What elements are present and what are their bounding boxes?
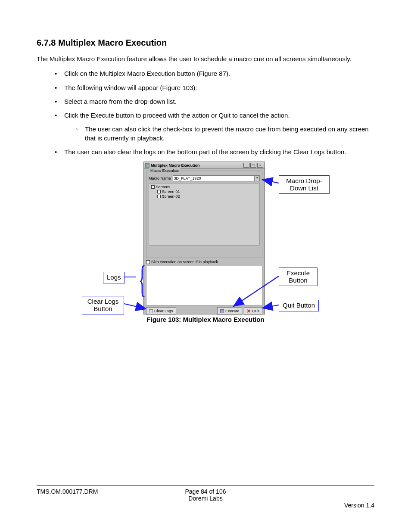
macro-name-label: Macro Name [149, 176, 171, 180]
macro-dropdown-button[interactable]: ▾ [255, 175, 260, 181]
footer-left: TMS.OM.000177.DRM [37, 488, 98, 495]
skip-execution-row: Skip execution on screen if in playback [146, 260, 262, 264]
maximize-button[interactable]: □ [250, 163, 256, 168]
section-heading: 6.7.8 Multiplex Macro Execution [37, 38, 374, 48]
checkbox-icon[interactable] [151, 185, 155, 189]
bullet-item: The following window will appear (Figure… [55, 84, 374, 92]
sub-bullet-list: The user can also click the check-box to… [64, 125, 374, 143]
bullet-item: Click the Execute button to proceed with… [55, 111, 374, 143]
minimize-button[interactable]: _ [243, 163, 249, 168]
checkbox-icon[interactable] [157, 195, 161, 198]
callout-quit: Quit Button [279, 300, 319, 311]
callout-execute: Execute Button [279, 268, 318, 286]
close-button[interactable]: × [257, 163, 263, 168]
svg-line-3 [124, 304, 146, 309]
button-row: Clear Logs Execute Quit [146, 307, 262, 315]
group-title: Macro Execution [149, 168, 181, 173]
execute-button[interactable]: Execute [217, 307, 243, 315]
quit-icon [247, 309, 251, 313]
macro-name-input[interactable]: 3D_FLAT_1920 [173, 175, 255, 181]
figure-area: Multiplex Macro Execution _ □ × Macro Ex… [37, 162, 374, 325]
footer-right: Version 1.4 [344, 502, 374, 509]
tree-item-label: Screen-02 [162, 194, 180, 199]
bullet-list: Click on the Multiplex Macro Execution b… [37, 69, 374, 156]
bullet-text: Click the Execute button to proceed with… [64, 112, 290, 119]
titlebar: Multiplex Macro Execution _ □ × [144, 162, 265, 169]
macro-execution-group: Macro Execution Macro Name 3D_FLAT_1920 … [146, 171, 262, 258]
skip-execution-label: Skip execution on screen if in playback [151, 260, 218, 264]
skip-execution-checkbox[interactable] [146, 260, 150, 264]
figure-caption: Figure 103: Multiplex Macro Execution [37, 316, 374, 323]
window-title: Multiplex Macro Execution [151, 163, 243, 168]
bullet-item: The user can also clear the logs on the … [55, 148, 374, 156]
logs-box[interactable] [146, 266, 262, 305]
footer-center-1: Page 84 of 106 [185, 488, 226, 495]
footer-rule [37, 485, 374, 485]
clear-logs-label: Clear Logs [154, 309, 173, 313]
tree-item-screen-01[interactable]: Screen-01 [157, 190, 257, 194]
brace-icon: { [139, 260, 146, 298]
intro-paragraph: The Multiplex Macro Execution feature al… [37, 55, 374, 63]
page-footer: TMS.OM.000177.DRM Page 84 of 106 Doremi … [37, 488, 374, 502]
callout-logs: Logs [103, 272, 125, 283]
callout-clear-logs: Clear Logs Button [82, 296, 124, 314]
footer-center-2: Doremi Labs [37, 495, 374, 502]
quit-button[interactable]: Quit [244, 307, 262, 315]
tree-item-screen-02[interactable]: Screen-02 [157, 194, 257, 199]
tree-item-label: Screen-01 [162, 190, 180, 194]
quit-label: Quit [252, 309, 259, 313]
bullet-item: Select a macro from the drop-down list. [55, 97, 374, 106]
bullet-item: Click on the Multiplex Macro Execution b… [55, 69, 374, 78]
sub-bullet-item: The user can also click the check-box to… [75, 125, 374, 143]
clear-icon [149, 309, 153, 313]
execute-label: Execute [225, 309, 240, 313]
callout-macro-dropdown: Macro Drop-Down List [279, 175, 330, 194]
execute-icon [220, 309, 224, 313]
app-window: Multiplex Macro Execution _ □ × Macro Ex… [143, 162, 265, 314]
screens-tree[interactable]: Screens Screen-01 Screen-02 [149, 183, 260, 246]
window-icon [145, 163, 149, 168]
checkbox-icon[interactable] [157, 190, 161, 193]
tree-root[interactable]: Screens [151, 185, 257, 189]
tree-root-label: Screens [156, 185, 170, 189]
clear-logs-button[interactable]: Clear Logs [146, 307, 176, 315]
